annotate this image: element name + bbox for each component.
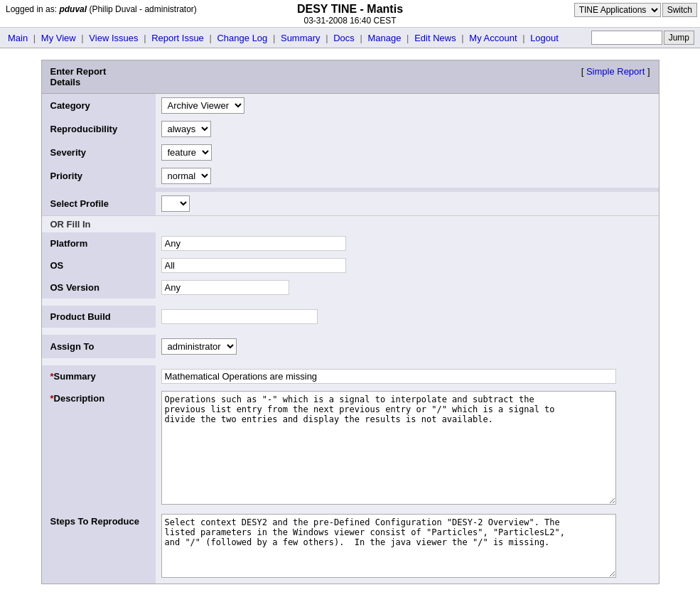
steps-row: Steps To Reproduce: [42, 510, 659, 584]
os-version-label: OS Version: [42, 276, 156, 299]
reproducibility-label: Reproducibility: [42, 117, 156, 141]
select-profile-label: Select Profile: [42, 192, 156, 216]
os-input[interactable]: [161, 258, 346, 273]
report-header: Enter ReportDetails [ Simple Report ]: [42, 60, 659, 94]
nav-docs[interactable]: Docs: [333, 33, 355, 43]
or-fill-in-row: OR Fill In: [42, 216, 659, 233]
nav-my-account[interactable]: My Account: [469, 33, 517, 43]
nav-summary[interactable]: Summary: [281, 33, 321, 43]
search-box: Jump: [591, 31, 694, 45]
severity-row: Severity feature: [42, 141, 659, 164]
severity-label: Severity: [42, 141, 156, 164]
tine-apps-select[interactable]: TINE Applications: [574, 3, 661, 17]
tine-apps-area: TINE Applications Switch: [574, 3, 697, 17]
product-build-label: Product Build: [42, 306, 156, 328]
separator-row-4: [42, 358, 659, 365]
nav-edit-news[interactable]: Edit News: [414, 33, 456, 43]
switch-button[interactable]: Switch: [662, 3, 697, 17]
description-label: *Description: [42, 387, 156, 510]
nav-change-log[interactable]: Change Log: [217, 33, 267, 43]
search-input[interactable]: [591, 31, 662, 45]
username: pduval: [59, 4, 87, 14]
product-build-row: Product Build: [42, 306, 659, 328]
platform-input[interactable]: [161, 236, 346, 251]
report-container: Enter ReportDetails [ Simple Report ] Ca…: [41, 60, 659, 584]
category-select[interactable]: Archive Viewer: [161, 97, 244, 114]
severity-select[interactable]: feature: [161, 144, 212, 161]
nav-main[interactable]: Main: [8, 33, 28, 43]
select-profile-row: Select Profile: [42, 192, 659, 216]
assign-to-row: Assign To administrator: [42, 335, 659, 358]
simple-report-link-wrapper: [ Simple Report ]: [581, 66, 650, 77]
main-content: Enter ReportDetails [ Simple Report ] Ca…: [0, 48, 700, 596]
os-label: OS: [42, 254, 156, 276]
jump-button[interactable]: Jump: [664, 31, 694, 45]
os-version-input[interactable]: [161, 280, 289, 295]
summary-input[interactable]: [161, 369, 616, 384]
category-row: Category Archive Viewer: [42, 94, 659, 117]
nav-bar: Main | My View | View Issues | Report Is…: [0, 28, 700, 48]
priority-label: Priority: [42, 164, 156, 188]
separator-row-3: [42, 328, 659, 335]
nav-links: Main | My View | View Issues | Report Is…: [6, 33, 591, 43]
nav-report-issue[interactable]: Report Issue: [151, 33, 204, 43]
nav-my-view[interactable]: My View: [41, 33, 76, 43]
priority-select[interactable]: normal: [161, 168, 211, 184]
simple-report-link[interactable]: Simple Report: [586, 66, 645, 77]
nav-manage[interactable]: Manage: [368, 33, 402, 43]
platform-label: Platform: [42, 232, 156, 254]
os-row: OS: [42, 254, 659, 276]
summary-label: *Summary: [42, 365, 156, 387]
platform-row: Platform: [42, 232, 659, 254]
profile-select[interactable]: [161, 195, 190, 212]
datetime: 03-31-2008 16:40 CEST: [0, 16, 700, 26]
category-label: Category: [42, 94, 156, 117]
assign-to-select[interactable]: administrator: [161, 338, 237, 355]
summary-row: *Summary: [42, 365, 659, 387]
logged-in-info: Logged in as: pduval (Philip Duval - adm…: [6, 4, 197, 14]
report-header-title: Enter ReportDetails: [50, 66, 107, 87]
or-fill-in-text: OR Fill In: [42, 216, 659, 233]
reproducibility-row: Reproducibility always: [42, 117, 659, 141]
separator-row-2: [42, 299, 659, 306]
description-row: *Description: [42, 387, 659, 510]
priority-row: Priority normal: [42, 164, 659, 188]
user-fullname: Philip Duval - administrator: [92, 4, 193, 14]
os-version-row: OS Version: [42, 276, 659, 299]
form-table: Category Archive Viewer Reproducibility …: [42, 94, 659, 584]
nav-logout[interactable]: Logout: [530, 33, 559, 43]
steps-textarea[interactable]: [161, 514, 616, 578]
description-textarea[interactable]: [161, 391, 616, 505]
assign-to-label: Assign To: [42, 335, 156, 358]
nav-view-issues[interactable]: View Issues: [89, 33, 138, 43]
reproducibility-select[interactable]: always: [161, 121, 211, 137]
product-build-input[interactable]: [161, 309, 318, 324]
steps-label: Steps To Reproduce: [42, 510, 156, 584]
